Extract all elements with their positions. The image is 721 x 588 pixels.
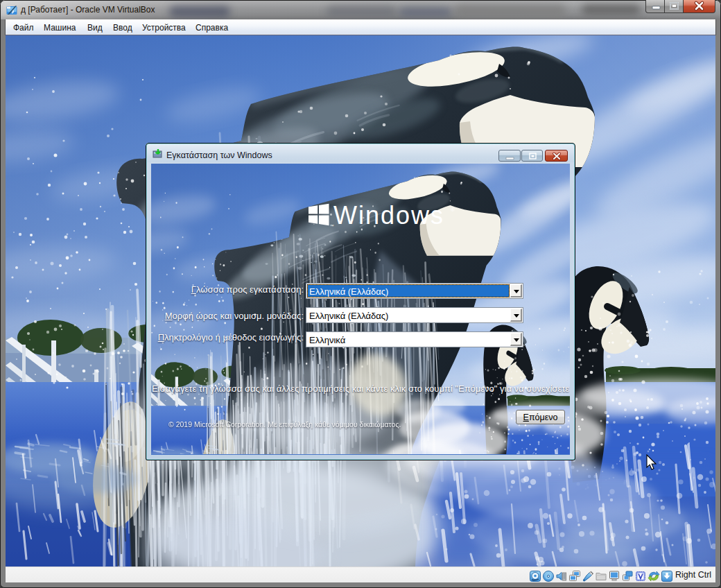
svg-text:Windows: Windows — [333, 203, 444, 228]
svg-text:™: ™ — [330, 224, 334, 228]
svg-text:®: ® — [451, 207, 455, 213]
